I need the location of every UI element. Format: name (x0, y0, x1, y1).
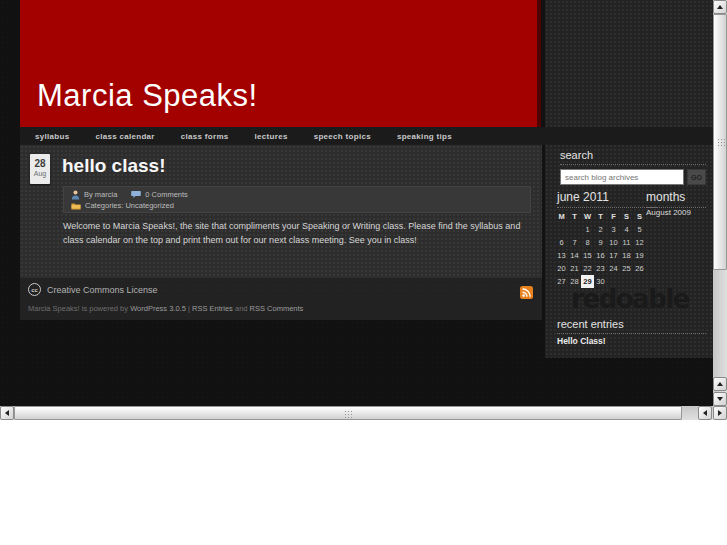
calendar-day-12[interactable]: 12 (633, 236, 646, 249)
powered-and: and (235, 304, 248, 313)
site-header: Marcia Speaks! (20, 0, 541, 127)
calendar-empty-cell (568, 223, 581, 236)
redoable-theme-logo[interactable]: redoable (555, 284, 705, 314)
calendar-day-21[interactable]: 21 (568, 262, 581, 275)
months-list: August 2009 (646, 207, 691, 218)
calendar-day-25[interactable]: 25 (620, 262, 633, 275)
calendar-day-4[interactable]: 4 (620, 223, 633, 236)
powered-prefix: Marcia Speaks! is powered by (28, 304, 128, 313)
left-arrow-icon (703, 410, 707, 416)
nav-item-speech-topics[interactable]: speech topics (301, 132, 384, 141)
nav-item-class-calendar[interactable]: class calendar (82, 132, 167, 141)
scroll-down-button[interactable] (713, 392, 727, 406)
post-meta-row-author: By marcia 0 Comments (71, 189, 523, 200)
post-date-month: Aug (30, 170, 50, 178)
powered-by-line: Marcia Speaks! is powered by WordPress 3… (28, 304, 303, 313)
scroll-left-button[interactable] (0, 406, 14, 420)
search-heading: search (560, 149, 706, 165)
calendar-day-19[interactable]: 19 (633, 249, 646, 262)
up-arrow-icon (717, 5, 723, 9)
cc-license-row[interactable]: cc Creative Commons License (28, 283, 158, 296)
calendar-day-24[interactable]: 24 (607, 262, 620, 275)
calendar-day-26[interactable]: 26 (633, 262, 646, 275)
calendar-day-23[interactable]: 23 (594, 262, 607, 275)
nav-item-class-forms[interactable]: class forms (168, 132, 242, 141)
calendar-day-header: W (581, 210, 594, 223)
page-footer: cc Creative Commons License Marcia Speak… (20, 278, 542, 320)
calendar-day-22[interactable]: 22 (581, 262, 594, 275)
calendar-table: MTWTFSS123456789101112131415161718192021… (555, 210, 646, 288)
nav-item-speaking-tips[interactable]: speaking tips (384, 132, 465, 141)
calendar-day-8[interactable]: 8 (581, 236, 594, 249)
search-input[interactable] (560, 169, 684, 185)
wordpress-link[interactable]: WordPress 3.0.5 (130, 304, 186, 313)
down-arrow-icon (717, 397, 723, 401)
recent-entries-list: Hello Class! (557, 336, 606, 347)
site-title[interactable]: Marcia Speaks! (37, 78, 258, 114)
post-body-text: Welcome to Marcia Speaks!, the site that… (63, 220, 533, 247)
search-form: GO (560, 169, 706, 185)
screenshot-canvas: Marcia Speaks! syllabusclass calendarcla… (0, 0, 727, 545)
main-content: 28 Aug hello class! By marcia 0 Comments (20, 145, 542, 278)
post-meta-box: By marcia 0 Comments Categories: Uncateg… (63, 186, 531, 213)
post-meta-row-categories: Categories: Uncategorized (71, 200, 523, 211)
horizontal-scrollbar-thumb[interactable] (14, 406, 682, 420)
powered-separator: | (188, 304, 190, 313)
calendar-day-13[interactable]: 13 (555, 249, 568, 262)
right-arrow-icon (718, 410, 722, 416)
folder-icon (71, 202, 81, 210)
recent-entries-heading: recent entries (557, 318, 706, 334)
left-arrow-icon (5, 410, 9, 416)
calendar-day-1[interactable]: 1 (581, 223, 594, 236)
search-go-button[interactable]: GO (687, 169, 706, 185)
speech-bubble-icon (131, 190, 141, 199)
nav-item-lectures[interactable]: lectures (242, 132, 301, 141)
calendar-day-9[interactable]: 9 (594, 236, 607, 249)
calendar-day-7[interactable]: 7 (568, 236, 581, 249)
recent-entry-link[interactable]: Hello Class! (557, 336, 606, 347)
person-icon (71, 190, 80, 200)
cc-license-label[interactable]: Creative Commons License (47, 285, 158, 295)
rss-comments-link[interactable]: RSS Comments (250, 304, 304, 313)
scroll-left-button-right[interactable] (698, 406, 712, 420)
calendar-empty-cell (555, 223, 568, 236)
sidebar: search GO june 2011 MTWTFSS1234567891011… (545, 0, 713, 358)
scroll-up-button-bottom[interactable] (713, 377, 727, 391)
calendar-day-3[interactable]: 3 (607, 223, 620, 236)
calendar-day-5[interactable]: 5 (633, 223, 646, 236)
scroll-right-button[interactable] (713, 406, 727, 420)
post-comments-count[interactable]: 0 Comments (145, 190, 188, 199)
vertical-scrollbar-thumb[interactable] (713, 14, 727, 270)
calendar-day-18[interactable]: 18 (620, 249, 633, 262)
scrollbar-grip (717, 138, 725, 146)
calendar-day-10[interactable]: 10 (607, 236, 620, 249)
calendar-day-16[interactable]: 16 (594, 249, 607, 262)
calendar-day-11[interactable]: 11 (620, 236, 633, 249)
calendar-day-6[interactable]: 6 (555, 236, 568, 249)
nav-item-syllabus[interactable]: syllabus (22, 132, 82, 141)
post-date-day: 28 (30, 154, 50, 170)
calendar-day-header: S (633, 210, 646, 223)
post-date-badge: 28 Aug (30, 154, 50, 184)
cc-icon: cc (28, 283, 41, 296)
post-categories-label[interactable]: Categories: Uncategorized (85, 201, 174, 210)
calendar-day-2[interactable]: 2 (594, 223, 607, 236)
calendar-heading: june 2011 (557, 190, 657, 208)
browser-viewport: Marcia Speaks! syllabusclass calendarcla… (0, 0, 713, 406)
calendar-day-14[interactable]: 14 (568, 249, 581, 262)
calendar-day-20[interactable]: 20 (555, 262, 568, 275)
post-author-label[interactable]: By marcia (84, 190, 117, 199)
horizontal-scrollbar[interactable] (0, 406, 727, 420)
post-title[interactable]: hello class! (62, 155, 166, 177)
rss-entries-link[interactable]: RSS Entries (192, 304, 233, 313)
calendar-day-header: T (594, 210, 607, 223)
calendar-day-header: T (568, 210, 581, 223)
scroll-up-button[interactable] (713, 0, 727, 14)
calendar-day-header: M (555, 210, 568, 223)
vertical-scrollbar[interactable] (713, 0, 727, 406)
calendar-day-15[interactable]: 15 (581, 249, 594, 262)
months-archive-link[interactable]: August 2009 (646, 207, 691, 218)
calendar-day-header: F (607, 210, 620, 223)
rss-icon[interactable] (520, 285, 533, 303)
calendar-day-17[interactable]: 17 (607, 249, 620, 262)
